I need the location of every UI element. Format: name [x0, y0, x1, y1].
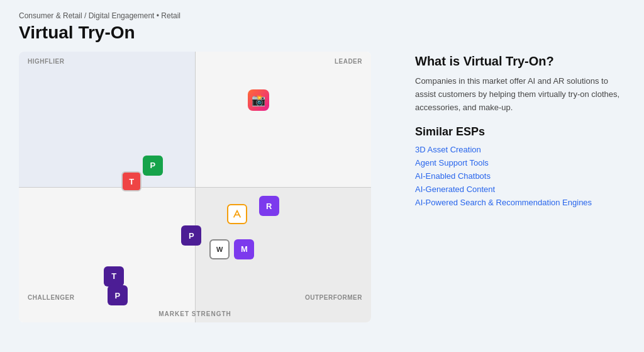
label-leader: LEADER: [335, 58, 362, 65]
similar-esps-title: Similar ESPs: [415, 125, 625, 139]
breadcrumb: Consumer & Retail / Digital Engagement •…: [19, 11, 625, 20]
axis-x-label: MARKET STRENGTH: [158, 310, 231, 317]
esp-link[interactable]: 3D Asset Creation: [415, 145, 625, 154]
node-p-bottom[interactable]: P: [108, 285, 128, 305]
esp-link[interactable]: AI-Powered Search & Recommendation Engin…: [415, 198, 625, 207]
node-w-outline[interactable]: W: [209, 239, 230, 259]
node-t-darkpurple[interactable]: T: [104, 266, 124, 287]
right-panel: What is Virtual Try-On? Companies in thi…: [415, 52, 625, 346]
node-m-purple[interactable]: M: [234, 239, 254, 259]
matrix-box: HIGHFLIER LEADER CHALLENGER OUTPERFORMER…: [19, 52, 371, 322]
page-title: Virtual Try-On: [19, 23, 625, 43]
what-is-title: What is Virtual Try-On?: [415, 54, 625, 69]
esp-link[interactable]: AI-Generated Content: [415, 185, 625, 194]
quadrant-top-left: [19, 52, 195, 187]
node-p-darkpurple[interactable]: P: [181, 225, 201, 246]
node-t-red[interactable]: T: [121, 171, 142, 191]
label-highflier: HIGHFLIER: [28, 58, 64, 65]
what-is-description: Companies in this market offer AI and AR…: [415, 75, 625, 114]
page-container: Consumer & Retail / Digital Engagement •…: [0, 0, 644, 352]
node-p-green[interactable]: P: [143, 156, 163, 176]
node-r-purple[interactable]: R: [259, 196, 279, 216]
label-outperformer: OUTPERFORMER: [305, 294, 362, 301]
node-snapchat[interactable]: 📸: [248, 89, 269, 111]
matrix-area: EXECUTION STRENGTH HIGHFLIER LEADER CHAL…: [19, 52, 396, 346]
esp-link[interactable]: Agent Support Tools: [415, 158, 625, 167]
label-challenger: CHALLENGER: [28, 294, 74, 301]
matrix-wrapper: EXECUTION STRENGTH HIGHFLIER LEADER CHAL…: [19, 52, 371, 322]
divider-vertical: [195, 52, 196, 322]
esp-links-list: 3D Asset CreationAgent Support ToolsAI-E…: [415, 145, 625, 207]
main-content: EXECUTION STRENGTH HIGHFLIER LEADER CHAL…: [19, 52, 625, 346]
quadrant-top-right: [195, 52, 371, 187]
esp-link[interactable]: AI-Enabled Chatbots: [415, 171, 625, 181]
node-a-outline[interactable]: [227, 204, 247, 224]
